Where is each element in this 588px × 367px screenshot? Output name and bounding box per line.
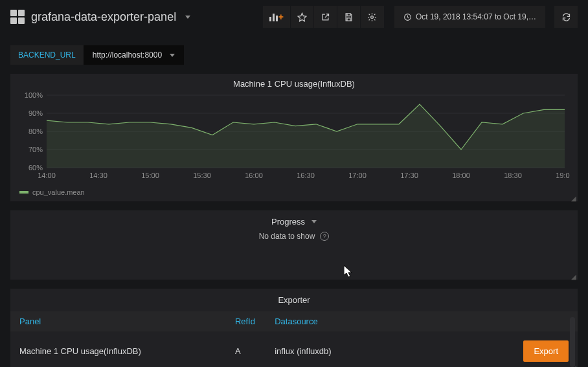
chart-panel: Machine 1 CPU usage(InfluxDB) 60%70%80%9… xyxy=(10,74,578,201)
line-chart: 60%70%80%90%100%14:0014:3015:0015:3016:0… xyxy=(18,91,570,182)
svg-text:70%: 70% xyxy=(28,146,43,153)
table-row: Machine 1 CPU usage(InfluxDB) A influx (… xyxy=(10,331,578,367)
col-panel[interactable]: Panel xyxy=(10,311,226,331)
progress-panel-title[interactable]: Progress xyxy=(10,210,578,229)
cell-panel: Machine 1 CPU usage(InfluxDB) xyxy=(10,331,226,367)
share-icon xyxy=(321,12,330,22)
svg-text:14:30: 14:30 xyxy=(89,172,107,179)
svg-text:18:30: 18:30 xyxy=(504,172,522,179)
resize-handle[interactable]: ◢ xyxy=(571,273,576,278)
svg-text:16:30: 16:30 xyxy=(297,172,315,179)
svg-text:80%: 80% xyxy=(28,128,43,135)
dashboard-grid-icon xyxy=(10,10,25,24)
chart-area[interactable]: 60%70%80%90%100%14:0014:3015:0015:3016:0… xyxy=(10,91,578,186)
legend-label: cpu_value.mean xyxy=(32,188,85,196)
export-button[interactable]: Export xyxy=(523,340,569,362)
cell-refid: A xyxy=(226,331,266,367)
svg-text:90%: 90% xyxy=(28,109,43,117)
scrollbar[interactable] xyxy=(570,317,575,367)
clock-icon xyxy=(403,13,412,21)
toolbar-group: + xyxy=(263,6,384,28)
svg-text:14:00: 14:00 xyxy=(38,172,56,179)
settings-button[interactable] xyxy=(361,6,384,28)
svg-text:17:00: 17:00 xyxy=(348,172,367,179)
share-button[interactable] xyxy=(314,6,337,28)
svg-text:15:30: 15:30 xyxy=(193,172,211,179)
star-button[interactable] xyxy=(291,6,314,28)
chevron-down-icon xyxy=(311,220,317,223)
svg-text:19:00: 19:00 xyxy=(556,172,570,179)
star-icon xyxy=(297,12,307,22)
cell-datasource: influx (influxdb) xyxy=(266,331,513,367)
exporter-table: Panel RefId Datasource Machine 1 CPU usa… xyxy=(10,311,578,367)
refresh-icon xyxy=(561,12,571,22)
time-range-picker[interactable]: Oct 19, 2018 13:54:07 to Oct 19,… xyxy=(394,6,545,28)
variable-value-dropdown[interactable]: http://localhost:8000 xyxy=(84,45,184,65)
resize-handle[interactable]: ◢ xyxy=(571,364,576,367)
chevron-down-icon xyxy=(170,54,175,57)
chart-legend[interactable]: cpu_value.mean xyxy=(10,186,578,201)
variable-label: BACKEND_URL xyxy=(10,45,84,65)
exporter-panel-title[interactable]: Exporter xyxy=(10,289,578,311)
gear-icon xyxy=(367,12,377,22)
top-header: grafana-data-exporter-panel + Oct 19, 20… xyxy=(0,0,588,34)
time-range-text: Oct 19, 2018 13:54:07 to Oct 19,… xyxy=(416,12,536,21)
resize-handle[interactable]: ◢ xyxy=(571,195,576,200)
save-button[interactable] xyxy=(337,6,361,28)
refresh-button[interactable] xyxy=(554,6,578,28)
add-panel-button[interactable]: + xyxy=(263,6,291,28)
bars-icon xyxy=(269,12,278,21)
svg-text:15:00: 15:00 xyxy=(141,172,159,179)
col-refid[interactable]: RefId xyxy=(226,311,266,331)
chevron-down-icon xyxy=(185,16,190,19)
legend-swatch xyxy=(19,191,28,194)
variable-row: BACKEND_URL http://localhost:8000 xyxy=(0,45,588,65)
dashboard-title-dropdown[interactable]: grafana-data-exporter-panel xyxy=(10,10,190,24)
save-icon xyxy=(344,12,354,22)
svg-text:18:00: 18:00 xyxy=(452,172,470,179)
dashboard-title: grafana-data-exporter-panel xyxy=(31,10,176,24)
variable-value-text: http://localhost:8000 xyxy=(93,50,162,60)
progress-panel: Progress No data to show ? ◢ xyxy=(10,210,578,280)
help-icon[interactable]: ? xyxy=(320,232,329,241)
svg-text:100%: 100% xyxy=(25,91,43,99)
no-data-message: No data to show ? xyxy=(10,229,578,280)
svg-point-0 xyxy=(371,16,374,18)
exporter-panel: Exporter Panel RefId Datasource Machine … xyxy=(10,289,578,367)
svg-text:60%: 60% xyxy=(28,164,43,172)
col-datasource[interactable]: Datasource xyxy=(266,311,513,331)
svg-text:16:00: 16:00 xyxy=(245,172,263,179)
chart-panel-title[interactable]: Machine 1 CPU usage(InfluxDB) xyxy=(10,74,578,91)
svg-text:17:30: 17:30 xyxy=(400,172,418,179)
